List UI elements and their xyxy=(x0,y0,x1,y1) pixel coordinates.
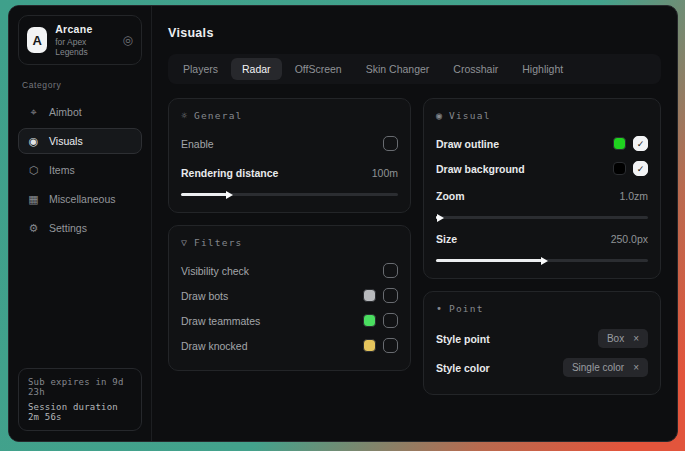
draw-bots-color-swatch[interactable] xyxy=(363,289,376,302)
sidebar-item-miscellaneous[interactable]: ▦ Miscellaneous xyxy=(18,186,142,212)
app-logo: A xyxy=(27,27,47,53)
tab-bar: Players Radar OffScreen Skin Changer Cro… xyxy=(168,54,661,84)
size-slider[interactable] xyxy=(436,259,648,262)
app-subtitle: for Apex Legends xyxy=(55,37,106,57)
panel-general: ☼ General Enable Rendering distance 100m xyxy=(168,98,411,213)
draw-knocked-checkbox[interactable] xyxy=(383,338,398,353)
style-color-value: Single color xyxy=(572,362,624,373)
sidebar-item-label: Miscellaneous xyxy=(49,193,116,205)
app-name: Arcane xyxy=(55,23,106,35)
sidebar: A Arcane for Apex Legends ◎ Category ⌖ A… xyxy=(9,6,152,441)
main-area: Visuals Players Radar OffScreen Skin Cha… xyxy=(152,6,677,441)
draw-background-color-swatch[interactable] xyxy=(613,162,626,175)
eye-icon: ◉ xyxy=(27,135,40,148)
draw-outline-color-swatch[interactable] xyxy=(613,137,626,150)
rendering-distance-value: 100m xyxy=(372,167,398,179)
style-color-label: Style color xyxy=(436,362,490,374)
zoom-label: Zoom xyxy=(436,190,465,202)
crosshair-icon: ⌖ xyxy=(27,106,40,119)
tab-crosshair[interactable]: Crosshair xyxy=(442,58,509,80)
style-point-tag[interactable]: Box × xyxy=(598,329,648,348)
tab-radar[interactable]: Radar xyxy=(231,58,282,80)
eye-icon: ◉ xyxy=(436,110,442,121)
draw-background-checkbox[interactable]: ✓ xyxy=(633,161,648,176)
app-header: A Arcane for Apex Legends ◎ xyxy=(18,15,142,65)
slider-thumb[interactable] xyxy=(437,214,444,222)
close-icon[interactable]: × xyxy=(633,333,639,344)
draw-knocked-label: Draw knocked xyxy=(181,340,248,352)
panel-visual: ◉ Visual Draw outline ✓ Draw background xyxy=(423,98,661,279)
draw-teammates-label: Draw teammates xyxy=(181,315,260,327)
panel-title: Point xyxy=(449,303,484,314)
draw-bots-checkbox[interactable] xyxy=(383,288,398,303)
category-label: Category xyxy=(22,80,138,90)
subscription-status: Sub expires in 9d 23h Session duration 2… xyxy=(18,368,142,431)
draw-background-label: Draw background xyxy=(436,163,525,175)
panel-point: • Point Style point Box × Style color S xyxy=(423,291,661,395)
draw-teammates-color-swatch[interactable] xyxy=(363,314,376,327)
size-value: 250.0px xyxy=(611,233,648,245)
panel-title: General xyxy=(194,110,242,121)
sidebar-item-aimbot[interactable]: ⌖ Aimbot xyxy=(18,99,142,125)
tab-offscreen[interactable]: OffScreen xyxy=(284,58,353,80)
draw-knocked-color-swatch[interactable] xyxy=(363,339,376,352)
check-icon: ✓ xyxy=(637,139,645,149)
style-point-label: Style point xyxy=(436,333,490,345)
gear-icon: ⚙ xyxy=(27,222,40,235)
draw-bots-label: Draw bots xyxy=(181,290,228,302)
close-icon[interactable]: × xyxy=(633,362,639,373)
draw-outline-label: Draw outline xyxy=(436,138,499,150)
draw-outline-checkbox[interactable]: ✓ xyxy=(633,136,648,151)
content: ☼ General Enable Rendering distance 100m xyxy=(168,98,661,395)
zoom-value: 1.0zm xyxy=(619,190,648,202)
box-icon: ⬡ xyxy=(27,164,40,177)
panel-title: Visual xyxy=(449,110,491,121)
rendering-distance-slider[interactable] xyxy=(181,193,398,196)
sidebar-item-items[interactable]: ⬡ Items xyxy=(18,157,142,183)
app-window: A Arcane for Apex Legends ◎ Category ⌖ A… xyxy=(8,5,678,442)
size-label: Size xyxy=(436,233,457,245)
visibility-check-checkbox[interactable] xyxy=(383,263,398,278)
check-icon: ✓ xyxy=(637,164,645,174)
visibility-check-label: Visibility check xyxy=(181,265,249,277)
draw-teammates-checkbox[interactable] xyxy=(383,313,398,328)
sub-expires-text: Sub expires in 9d 23h xyxy=(28,377,132,397)
enable-checkbox[interactable] xyxy=(383,136,398,151)
tab-skin-changer[interactable]: Skin Changer xyxy=(355,58,441,80)
sidebar-item-label: Aimbot xyxy=(49,106,82,118)
sidebar-item-label: Items xyxy=(49,164,75,176)
grid-icon: ▦ xyxy=(27,193,40,206)
sidebar-item-label: Settings xyxy=(49,222,87,234)
style-point-value: Box xyxy=(607,333,624,344)
slider-thumb[interactable] xyxy=(226,191,233,199)
panel-title: Filters xyxy=(194,237,242,248)
sun-icon: ☼ xyxy=(181,110,187,121)
sidebar-item-visuals[interactable]: ◉ Visuals xyxy=(18,128,142,154)
sidebar-item-label: Visuals xyxy=(49,135,83,147)
page-title: Visuals xyxy=(168,26,661,40)
sidebar-item-settings[interactable]: ⚙ Settings xyxy=(18,215,142,241)
zoom-slider[interactable] xyxy=(436,216,648,219)
target-icon[interactable]: ◎ xyxy=(123,33,133,47)
enable-label: Enable xyxy=(181,138,214,150)
style-color-tag[interactable]: Single color × xyxy=(563,358,648,377)
funnel-icon: ▽ xyxy=(181,237,187,248)
tab-highlight[interactable]: Highlight xyxy=(511,58,574,80)
tab-players[interactable]: Players xyxy=(172,58,229,80)
rendering-distance-label: Rendering distance xyxy=(181,167,278,179)
dot-icon: • xyxy=(436,303,442,314)
slider-thumb[interactable] xyxy=(541,257,548,265)
panel-filters: ▽ Filters Visibility check Draw bots xyxy=(168,225,411,371)
session-duration-text: Session duration 2m 56s xyxy=(28,402,132,422)
